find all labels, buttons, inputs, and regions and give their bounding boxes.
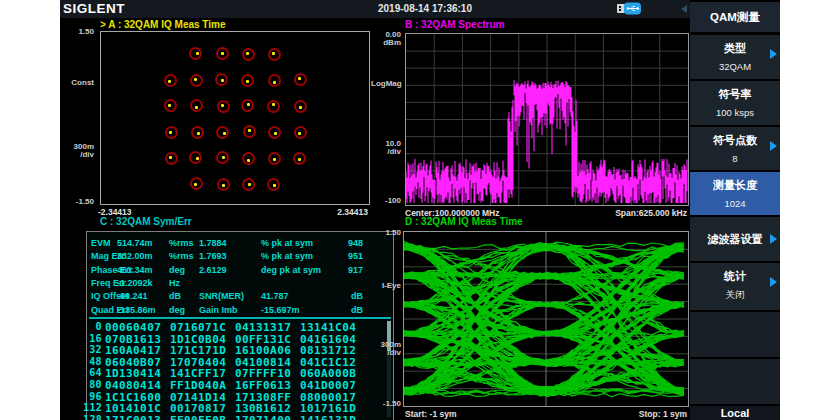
hex-row-index: 32 xyxy=(83,344,102,355)
constellation-point xyxy=(216,47,229,60)
measurement-cell: %rms xyxy=(169,238,194,248)
submenu-arrow-icon xyxy=(770,234,777,244)
symbol-dot xyxy=(194,78,197,81)
hex-group: 17071400 xyxy=(235,414,291,420)
symbol-dot xyxy=(221,79,224,82)
symbol-dot xyxy=(273,158,276,161)
measurement-cell: 1.7693 xyxy=(199,251,227,261)
softkey-empty xyxy=(690,359,780,404)
symbol-dot xyxy=(195,106,198,109)
hex-row-index: 0 xyxy=(83,321,102,332)
symbol-dot xyxy=(196,157,199,160)
symbol-dot xyxy=(299,106,302,109)
quad-d-min-label: -1.50 xyxy=(371,399,401,408)
softkey-label: 统计 xyxy=(690,269,780,284)
constellation-point xyxy=(165,152,178,165)
measurement-cell: 41.787 xyxy=(261,291,289,301)
constellation-points xyxy=(101,32,369,204)
constellation-point xyxy=(294,126,307,139)
measurement-cell: 1.7884 xyxy=(199,238,227,248)
softkey-label: 滤波器设置 xyxy=(690,232,780,247)
constellation-point xyxy=(267,100,280,113)
symbol-dot xyxy=(223,132,226,135)
hex-row-index: 96 xyxy=(83,391,102,402)
local-button[interactable]: Local xyxy=(690,406,780,420)
eye-diagram-plot xyxy=(403,231,689,407)
softkey-value: 关闭 xyxy=(690,289,780,302)
softkey-value: 32QAM xyxy=(690,61,780,72)
quad-b-ref-unit: dBm xyxy=(373,38,401,47)
measurement-cell: dB xyxy=(351,305,363,315)
softkey-label: 符号点数 xyxy=(690,133,780,148)
submenu-arrow-icon xyxy=(770,49,777,59)
hex-row-index: 112 xyxy=(83,402,102,413)
constellation-point xyxy=(242,152,255,165)
constellation-point xyxy=(217,178,230,191)
siglent-logo: SIGLENT xyxy=(63,1,125,16)
softkey-1[interactable]: 类型32QAM xyxy=(690,35,780,79)
symbol-dot xyxy=(246,52,249,55)
symbol-dot xyxy=(272,103,275,106)
constellation-point xyxy=(268,126,281,139)
measurement-cell: 951 xyxy=(348,251,363,261)
constellation-point xyxy=(241,74,254,87)
spectrum-plot xyxy=(405,33,689,206)
measurement-cell: % pk at sym xyxy=(261,251,313,261)
softkey-3[interactable]: 符号点数8 xyxy=(690,127,780,170)
symbol-dot xyxy=(247,159,250,162)
softkey-2[interactable]: 符号率100 ksps xyxy=(690,81,780,125)
quad-a-title: > A : 32QAM IQ Meas Time xyxy=(100,19,226,30)
symbol-dot xyxy=(169,131,172,134)
measurement-cell: dB xyxy=(169,291,181,301)
measurement-cell: -1.2092k xyxy=(117,278,153,288)
measurement-cell: Hz xyxy=(169,278,180,288)
hex-row-index: 16 xyxy=(83,333,102,344)
constellation-point xyxy=(190,74,203,87)
symbol-dot xyxy=(273,184,276,187)
quad-a-min-label: -1.50 xyxy=(64,197,94,206)
panel-divider xyxy=(89,317,391,319)
softkey-4[interactable]: 测量长度1024 xyxy=(690,172,780,215)
symbol-dot xyxy=(168,80,171,83)
quad-d-scale-unit: /div xyxy=(371,348,401,357)
symbol-dot xyxy=(194,183,197,186)
softkey-menu: QAM测量 类型32QAM符号率100 ksps符号点数8测量长度1024滤波器… xyxy=(690,0,780,420)
quad-b-title: B : 32QAM Spectrum xyxy=(405,19,504,30)
softkey-label: 符号率 xyxy=(690,87,780,102)
constellation-point xyxy=(189,151,202,164)
constellation-point xyxy=(217,100,230,113)
softkey-label: 类型 xyxy=(690,41,780,56)
constellation-plot xyxy=(100,31,370,205)
quad-a-ref-label: 1.50 xyxy=(64,27,94,36)
constellation-point xyxy=(268,48,281,61)
softkey-empty xyxy=(690,312,780,357)
constellation-point xyxy=(215,73,228,86)
measurement-cell: EVM xyxy=(91,238,111,248)
constellation-point xyxy=(164,74,177,87)
softkey-5[interactable]: 滤波器设置 xyxy=(690,217,780,261)
symbol-dot xyxy=(272,52,275,55)
constellation-point xyxy=(293,152,306,165)
eye-stop-label: Stop: 1 sym xyxy=(610,409,687,419)
quad-b-mode-label: LogMag xyxy=(371,79,401,88)
quad-d-max-label: 1.50 xyxy=(371,228,401,237)
menu-collapse-arrow-icon[interactable] xyxy=(681,5,687,13)
measurement-cell: 2.6129 xyxy=(199,265,227,275)
measurement-cell: 514.74m xyxy=(117,238,153,248)
constellation-point xyxy=(164,99,177,112)
hex-group: FF00FF0B xyxy=(170,414,226,420)
quad-b-min-label: -100 xyxy=(373,196,401,205)
symbol-dot xyxy=(169,156,172,159)
constellation-point xyxy=(243,125,256,138)
symbol-dot xyxy=(298,77,301,80)
constellation-point xyxy=(242,48,255,61)
constellation-point xyxy=(241,99,254,112)
softkey-6[interactable]: 统计关闭 xyxy=(690,263,780,310)
constellation-point xyxy=(242,178,255,191)
measurement-cell: Gain Imb xyxy=(199,305,238,315)
datetime-label: 2019-08-14 17:36:10 xyxy=(378,3,472,14)
measurement-cell: SNR(MER) xyxy=(199,291,244,301)
top-status-bar: SIGLENT 2019-08-14 17:36:10 xyxy=(60,0,780,18)
hex-row-index: 64 xyxy=(83,367,102,378)
softkey-value: 8 xyxy=(690,153,780,164)
